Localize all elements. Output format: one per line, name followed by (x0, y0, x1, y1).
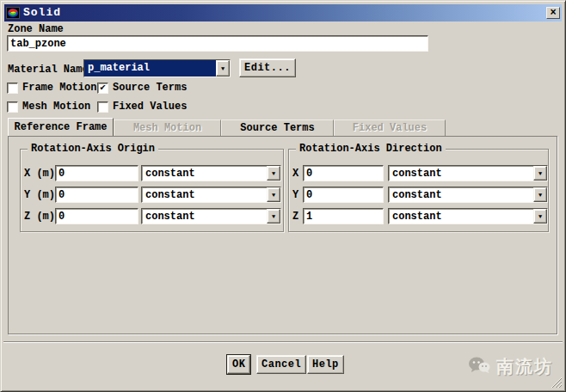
x-origin-input[interactable] (55, 165, 138, 181)
y-direction-profile-dropdown[interactable]: constant ▼ (388, 187, 548, 203)
chevron-down-icon: ▼ (272, 192, 275, 199)
checkbox-label: Fixed Values (113, 101, 187, 113)
y-direction-label: Y (292, 189, 303, 201)
tab-source-terms[interactable]: Source Terms (221, 119, 334, 136)
tab-label: Fixed Values (353, 122, 427, 134)
chevron-down-icon: ▼ (538, 192, 542, 199)
y-direction-input[interactable] (303, 187, 384, 203)
chevron-down-icon: ▼ (538, 170, 542, 177)
source-terms-checkbox[interactable]: ✔ Source Terms (97, 82, 187, 94)
dropdown-value: constant (142, 187, 267, 202)
ok-button[interactable]: OK (227, 355, 250, 374)
group-title: Rotation-Axis Origin (28, 143, 158, 155)
dropdown-value: constant (389, 187, 533, 202)
group-title: Rotation-Axis Direction (296, 143, 446, 155)
window-title: Solid (23, 7, 61, 19)
close-icon: × (550, 9, 556, 17)
chevron-down-icon: ▼ (221, 65, 225, 72)
app-icon (6, 7, 20, 19)
dropdown-button[interactable]: ▼ (533, 209, 547, 224)
tab-label: Mesh Motion (133, 122, 201, 134)
reference-frame-panel: Rotation-Axis Origin X (m) constant ▼ Y … (8, 136, 557, 334)
checkbox-box[interactable] (7, 101, 18, 113)
dropdown-button[interactable]: ▼ (267, 166, 280, 181)
material-name-dropdown[interactable]: p_material ▼ (83, 59, 231, 77)
y-origin-label: Y (m) (24, 189, 55, 201)
rotation-axis-origin-group: Rotation-Axis Origin X (m) constant ▼ Y … (20, 149, 284, 232)
edit-material-button[interactable]: Edit... (239, 58, 296, 77)
dropdown-value: constant (142, 166, 267, 181)
z-origin-input[interactable] (55, 208, 138, 224)
x-direction-input[interactable] (303, 165, 384, 181)
checkbox-box[interactable] (7, 83, 18, 94)
z-origin-label: Z (m) (24, 211, 55, 223)
y-origin-input[interactable] (55, 187, 138, 203)
z-origin-profile-dropdown[interactable]: constant ▼ (141, 208, 281, 224)
title-bar[interactable]: Solid × (4, 4, 562, 21)
checkbox-label: Source Terms (113, 82, 187, 94)
z-direction-input[interactable] (303, 208, 384, 224)
resize-grip[interactable] (551, 377, 562, 388)
z-direction-label: Z (292, 211, 303, 223)
checkbox-label: Mesh Motion (22, 101, 90, 113)
material-dropdown-button[interactable]: ▼ (216, 60, 230, 77)
rotation-axis-direction-group: Rotation-Axis Direction X constant ▼ Y c… (288, 149, 549, 232)
dropdown-button[interactable]: ▼ (267, 209, 280, 224)
check-icon: ✔ (100, 83, 106, 93)
dropdown-button[interactable]: ▼ (533, 166, 547, 181)
checkbox-box[interactable]: ✔ (97, 83, 108, 94)
tab-mesh-motion: Mesh Motion (114, 119, 221, 136)
dropdown-value: constant (142, 209, 267, 224)
chevron-down-icon: ▼ (538, 213, 542, 220)
watermark-text: 南流坊 (496, 355, 553, 378)
material-name-value: p_material (84, 60, 216, 77)
watermark: 南流坊 (467, 355, 553, 378)
x-direction-profile-dropdown[interactable]: constant ▼ (388, 165, 548, 181)
solid-dialog-window: Solid × Zone Name Material Name p_materi… (0, 0, 566, 392)
cancel-button[interactable]: Cancel (256, 355, 306, 374)
checkbox-label: Frame Motion (22, 82, 96, 94)
zone-name-label: Zone Name (8, 23, 64, 35)
wechat-icon (467, 355, 491, 378)
x-origin-profile-dropdown[interactable]: constant ▼ (141, 165, 281, 181)
frame-motion-checkbox[interactable]: Frame Motion (7, 82, 96, 94)
dropdown-button[interactable]: ▼ (267, 187, 280, 202)
y-origin-profile-dropdown[interactable]: constant ▼ (141, 187, 281, 203)
help-button[interactable]: Help (307, 355, 344, 374)
checkbox-box[interactable] (97, 101, 108, 113)
chevron-down-icon: ▼ (272, 170, 275, 177)
dropdown-button[interactable]: ▼ (533, 187, 547, 202)
close-button[interactable]: × (546, 7, 560, 19)
button-area-divider (3, 341, 563, 343)
zone-name-input[interactable] (7, 35, 428, 52)
x-direction-label: X (292, 168, 303, 180)
dropdown-value: constant (389, 209, 533, 224)
mesh-motion-checkbox[interactable]: Mesh Motion (7, 101, 90, 113)
fixed-values-checkbox[interactable]: Fixed Values (97, 101, 187, 113)
material-name-label: Material Name (8, 64, 89, 76)
tab-fixed-values: Fixed Values (334, 119, 446, 136)
x-origin-label: X (m) (24, 168, 55, 180)
chevron-down-icon: ▼ (272, 213, 275, 220)
dropdown-value: constant (389, 166, 533, 181)
tab-reference-frame[interactable]: Reference Frame (8, 118, 114, 136)
z-direction-profile-dropdown[interactable]: constant ▼ (388, 208, 548, 224)
